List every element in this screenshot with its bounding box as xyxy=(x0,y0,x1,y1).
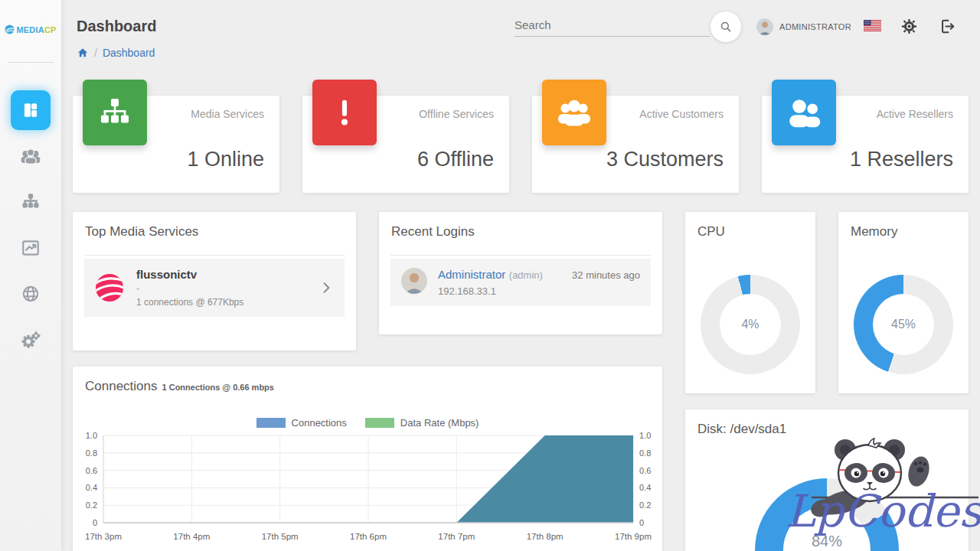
exclamation-icon xyxy=(327,95,362,130)
svg-text:17th 7pm: 17th 7pm xyxy=(438,532,475,541)
media-service-details: 1 connections @ 677Kbps xyxy=(136,297,318,308)
language-flag-us[interactable] xyxy=(864,20,881,34)
stat-card-media-services[interactable]: Media Services 1 Online xyxy=(73,96,279,193)
panel-title: Top Media Services xyxy=(85,224,198,239)
legend-swatch-connections xyxy=(256,418,286,428)
chart-line-icon xyxy=(21,238,41,258)
avatar xyxy=(401,268,427,294)
svg-text:0.2: 0.2 xyxy=(86,500,97,510)
svg-text:17th 6pm: 17th 6pm xyxy=(350,532,387,541)
users-icon xyxy=(20,145,41,167)
divider xyxy=(390,255,651,256)
login-time: 32 minutes ago xyxy=(572,269,640,281)
settings-button[interactable] xyxy=(900,18,918,37)
stat-label: Active Customers xyxy=(639,108,724,120)
login-user-link[interactable]: Administrator xyxy=(438,268,505,281)
disk-percent-label: 84% xyxy=(812,533,842,550)
media-service-subtitle: - xyxy=(136,283,318,294)
stat-value: 3 Customers xyxy=(606,148,724,171)
logo[interactable]: MEDIACP xyxy=(0,0,61,34)
home-icon[interactable] xyxy=(77,47,89,59)
user-group-icon xyxy=(786,94,822,131)
legend-label: Data Rate (Mbps) xyxy=(400,417,479,429)
svg-text:0.4: 0.4 xyxy=(639,483,651,492)
media-service-row[interactable]: flussonictv - 1 connections @ 677Kbps xyxy=(84,259,345,317)
sidebar-item-services[interactable] xyxy=(11,182,51,222)
svg-text:17th 4pm: 17th 4pm xyxy=(173,532,210,541)
memory-percent-label: 45% xyxy=(891,318,916,331)
login-ip: 192.168.33.1 xyxy=(438,285,572,297)
stat-label: Active Resellers xyxy=(877,108,953,120)
svg-text:1.0: 1.0 xyxy=(639,431,651,440)
globe-icon xyxy=(21,284,41,304)
users-icon xyxy=(542,80,606,145)
panel-title: Recent Logins xyxy=(391,224,475,239)
search-wrap xyxy=(514,15,710,37)
user-name: ADMINISTRATOR xyxy=(779,22,851,31)
login-username: (admin) xyxy=(509,269,543,281)
svg-text:0.6: 0.6 xyxy=(86,466,97,475)
legend-item-data-rate[interactable]: Data Rate (Mbps) xyxy=(365,417,479,429)
stat-card-active-resellers[interactable]: Active Resellers 1 Resellers xyxy=(762,96,969,193)
connections-card: Connections1 Connections @ 0.66 mbps Con… xyxy=(73,367,662,551)
gear-icon xyxy=(900,18,918,35)
stat-value: 1 Online xyxy=(187,148,264,171)
stat-label: Media Services xyxy=(191,108,264,120)
svg-text:17th 9pm: 17th 9pm xyxy=(615,532,652,541)
user-group-icon xyxy=(772,80,836,145)
legend-swatch-data-rate xyxy=(365,418,394,428)
user-avatar-image xyxy=(756,18,773,35)
sidebar-item-web[interactable] xyxy=(11,274,51,314)
disk-donut-chart: 84% xyxy=(755,478,899,551)
breadcrumb-current[interactable]: Dashboard xyxy=(103,47,155,59)
sidebar: MEDIACP xyxy=(0,0,61,551)
login-avatar-image xyxy=(401,268,427,294)
stat-card-offline-services[interactable]: Offline Services 6 Offline xyxy=(302,96,509,193)
sidebar-divider xyxy=(8,62,54,63)
sitemap-icon xyxy=(21,192,41,212)
sidebar-item-users[interactable] xyxy=(11,136,51,176)
top-media-services-card: Top Media Services flussonictv - 1 conne… xyxy=(73,212,356,350)
sidebar-item-dashboard[interactable] xyxy=(11,90,51,130)
breadcrumb: / Dashboard xyxy=(77,47,155,59)
sidebar-nav xyxy=(0,90,61,366)
search-icon xyxy=(719,20,733,34)
recent-logins-card: Recent Logins Administrator (admin) 192.… xyxy=(379,212,662,334)
stat-label: Offline Services xyxy=(419,108,494,120)
media-service-info: flussonictv - 1 connections @ 677Kbps xyxy=(136,268,318,308)
page-title: Dashboard xyxy=(77,18,156,35)
memory-card: Memory 45% xyxy=(838,212,969,393)
sitemap-icon xyxy=(97,95,132,130)
stat-card-active-customers[interactable]: Active Customers 3 Customers xyxy=(532,96,739,193)
stat-value: 1 Resellers xyxy=(850,148,953,171)
disk-card: Disk: /dev/sda1 84% xyxy=(685,409,969,551)
cpu-card: CPU 4% xyxy=(685,212,815,393)
users-icon xyxy=(556,94,593,131)
logout-button[interactable] xyxy=(939,18,956,37)
search-input[interactable] xyxy=(514,15,710,37)
sitemap-icon xyxy=(83,80,147,145)
mediacp-dashboard: MEDIACP xyxy=(0,0,980,551)
chart-legend: Connections Data Rate (Mbps) xyxy=(73,417,662,429)
user-menu[interactable]: ADMINISTRATOR xyxy=(756,18,851,35)
panel-title: CPU xyxy=(697,224,725,239)
svg-text:17th 3pm: 17th 3pm xyxy=(85,532,122,541)
login-row: Administrator (admin) 192.168.33.1 32 mi… xyxy=(390,259,651,306)
sidebar-item-settings[interactable] xyxy=(11,320,51,360)
divider xyxy=(84,255,345,256)
avatar xyxy=(756,18,773,35)
cpu-donut-chart: 4% xyxy=(701,275,800,374)
svg-text:0: 0 xyxy=(93,518,97,527)
search-button[interactable] xyxy=(710,11,741,42)
stat-value: 6 Offline xyxy=(417,148,494,171)
chevron-right-icon xyxy=(318,280,334,295)
sidebar-item-statistics[interactable] xyxy=(11,228,51,268)
svg-text:17th 5pm: 17th 5pm xyxy=(262,532,299,541)
panel-title: Connections xyxy=(85,379,158,393)
svg-text:0: 0 xyxy=(639,518,644,527)
connections-area-chart: 000.20.20.40.40.60.60.80.81.01.017th 3pm… xyxy=(73,431,662,550)
brand-secondary: CP xyxy=(44,25,57,34)
svg-text:17th 8pm: 17th 8pm xyxy=(527,532,564,541)
dashboard-grid-icon xyxy=(21,100,41,120)
legend-item-connections[interactable]: Connections xyxy=(256,417,347,429)
